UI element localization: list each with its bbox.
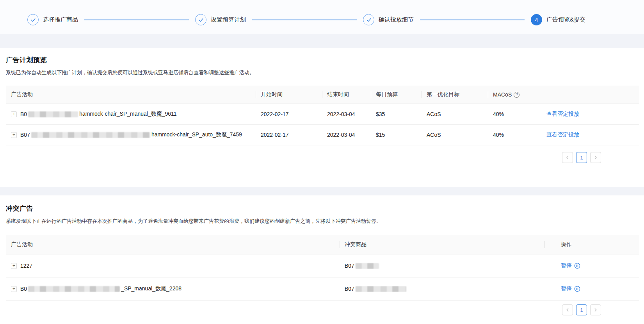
- expand-row-icon[interactable]: +: [11, 263, 17, 269]
- column-header-start-date: 开始时间: [256, 91, 322, 98]
- campaign-name: _SP_manual_数魔_2208: [121, 285, 181, 292]
- action-cell: 查看否定投放: [541, 111, 639, 118]
- macos-cell: 40%: [488, 111, 541, 117]
- step-connector: [252, 20, 357, 20]
- primary-goal-cell: ACoS: [422, 111, 488, 117]
- plan-section-title: 广告计划预览: [6, 55, 639, 64]
- pause-campaign-link[interactable]: 暂停: [561, 285, 580, 292]
- step-preview-submit[interactable]: 4 广告预览&提交: [531, 14, 585, 25]
- campaign-name: 1227: [20, 263, 32, 269]
- conflict-ads-section: 冲突广告 系统发现以下正在运行的广告活动中存在本次推广的商品，为了避免流量冲突而…: [0, 195, 644, 324]
- step-done-check-icon: [363, 14, 374, 25]
- column-header-campaign: 广告活动: [6, 91, 256, 98]
- pause-label: 暂停: [561, 285, 572, 292]
- pause-campaign-link[interactable]: 暂停: [561, 262, 580, 269]
- next-page-button[interactable]: [590, 152, 601, 163]
- campaign-asin-prefix: B0: [20, 286, 27, 292]
- table-row: + B0 hammock-chair_SP_manual_数魔_9611 202…: [6, 104, 639, 125]
- page: 选择推广商品 设置预算计划 确认投放细节 4 广告预览&提交: [0, 0, 644, 324]
- plan-table-header: 广告活动 开始时间 结束时间 每日预算 第一优化目标 MACoS ?: [6, 86, 639, 104]
- product-asin-prefix: B07: [345, 263, 354, 269]
- table-row: + 1227 B07 暂停: [6, 254, 639, 277]
- page-number-button[interactable]: 1: [576, 152, 587, 163]
- conflict-product-cell: B07: [340, 263, 544, 269]
- expand-row-icon[interactable]: +: [11, 111, 17, 117]
- campaign-asin-prefix: B0: [20, 111, 27, 117]
- previous-page-button[interactable]: [562, 304, 573, 315]
- campaign-cell: + 1227: [6, 263, 340, 269]
- campaign-cell: + B07 hammock-chair_SP_auto_数魔_7459: [6, 131, 256, 138]
- conflict-section-title: 冲突广告: [6, 204, 639, 213]
- step-connector: [84, 20, 189, 20]
- redacted-asin-block: [31, 132, 150, 138]
- campaign-asin-prefix: B07: [20, 132, 30, 138]
- conflict-product-cell: B07: [340, 286, 544, 292]
- previous-page-button[interactable]: [562, 152, 573, 163]
- action-cell: 暂停: [544, 262, 639, 269]
- next-page-button[interactable]: [590, 304, 601, 315]
- column-header-macos: MACoS ?: [488, 91, 541, 98]
- redacted-asin-block: [28, 286, 120, 292]
- step-label: 广告预览&提交: [546, 16, 585, 23]
- conflict-table: 广告活动 冲突商品 操作 + 1227 B07 暂停: [6, 235, 639, 301]
- pause-circle-icon: [574, 286, 580, 292]
- daily-budget-cell: $35: [371, 111, 422, 117]
- end-date-cell: 2022-03-04: [322, 111, 371, 117]
- step-done-check-icon: [195, 14, 206, 25]
- table-row: + B0 _SP_manual_数魔_2208 B07 暂停: [6, 277, 639, 301]
- expand-row-icon[interactable]: +: [11, 286, 17, 292]
- step-budget-plan[interactable]: 设置预算计划: [195, 14, 246, 25]
- plan-section-description: 系统已为你自动生成以下推广计划，确认提交后您便可以通过系统或亚马逊店铺后台查看和…: [6, 69, 639, 76]
- step-number-badge: 4: [531, 14, 542, 25]
- step-label: 确认投放细节: [379, 16, 414, 23]
- conflict-table-pagination: 1: [6, 304, 639, 315]
- view-negative-targeting-link[interactable]: 查看否定投放: [546, 131, 579, 138]
- primary-goal-cell: ACoS: [422, 132, 488, 138]
- step-label: 设置预算计划: [211, 16, 246, 23]
- campaign-cell: + B0 _SP_manual_数魔_2208: [6, 285, 340, 292]
- campaign-name: hammock-chair_SP_auto_数魔_7459: [151, 131, 242, 138]
- section-divider-band: [0, 34, 644, 48]
- campaign-cell: + B0 hammock-chair_SP_manual_数魔_9611: [6, 111, 256, 118]
- wizard-stepper-bar: 选择推广商品 设置预算计划 确认投放细节 4 广告预览&提交: [0, 0, 644, 34]
- table-row: + B07 hammock-chair_SP_auto_数魔_7459 2022…: [6, 125, 639, 145]
- plan-preview-section: 广告计划预览 系统已为你自动生成以下推广计划，确认提交后您便可以通过系统或亚马逊…: [0, 48, 644, 187]
- step-confirm-details[interactable]: 确认投放细节: [363, 14, 414, 25]
- end-date-cell: 2022-03-04: [322, 132, 371, 138]
- step-done-check-icon: [27, 14, 39, 25]
- redacted-asin-block: [356, 263, 379, 269]
- start-date-cell: 2022-02-17: [256, 132, 322, 138]
- pause-label: 暂停: [561, 262, 572, 269]
- column-header-primary-goal: 第一优化目标: [422, 91, 488, 98]
- step-select-products[interactable]: 选择推广商品: [27, 14, 78, 25]
- wizard-stepper: 选择推广商品 设置预算计划 确认投放细节 4 广告预览&提交: [27, 14, 585, 25]
- step-connector: [420, 20, 525, 20]
- redacted-asin-block: [356, 286, 406, 292]
- pause-circle-icon: [574, 263, 580, 269]
- page-number-button[interactable]: 1: [576, 304, 587, 315]
- column-header-campaign: 广告活动: [6, 241, 340, 248]
- macos-label: MACoS: [493, 91, 512, 98]
- plan-table-pagination: 1: [6, 152, 639, 163]
- start-date-cell: 2022-02-17: [256, 111, 322, 117]
- macos-help-icon[interactable]: ?: [514, 92, 519, 98]
- column-header-end-date: 结束时间: [322, 91, 371, 98]
- daily-budget-cell: $15: [371, 132, 422, 138]
- campaign-name: hammock-chair_SP_manual_数魔_9611: [79, 111, 177, 118]
- action-cell: 暂停: [544, 285, 639, 292]
- conflict-section-description: 系统发现以下正在运行的广告活动中存在本次推广的商品，为了避免流量冲突而给您带来广…: [6, 218, 639, 225]
- conflict-table-header: 广告活动 冲突商品 操作: [6, 235, 639, 254]
- plan-table: 广告活动 开始时间 结束时间 每日预算 第一优化目标 MACoS ? + B0 …: [6, 86, 639, 145]
- section-divider-band: [0, 187, 644, 195]
- column-header-daily-budget: 每日预算: [371, 91, 422, 98]
- step-label: 选择推广商品: [43, 16, 78, 23]
- column-header-actions: 操作: [544, 241, 639, 248]
- product-asin-prefix: B07: [345, 286, 354, 292]
- expand-row-icon[interactable]: +: [11, 132, 17, 138]
- view-negative-targeting-link[interactable]: 查看否定投放: [546, 111, 579, 118]
- column-header-conflict-product: 冲突商品: [340, 241, 544, 248]
- macos-cell: 40%: [488, 132, 541, 138]
- action-cell: 查看否定投放: [541, 131, 639, 138]
- redacted-asin-block: [28, 111, 78, 117]
